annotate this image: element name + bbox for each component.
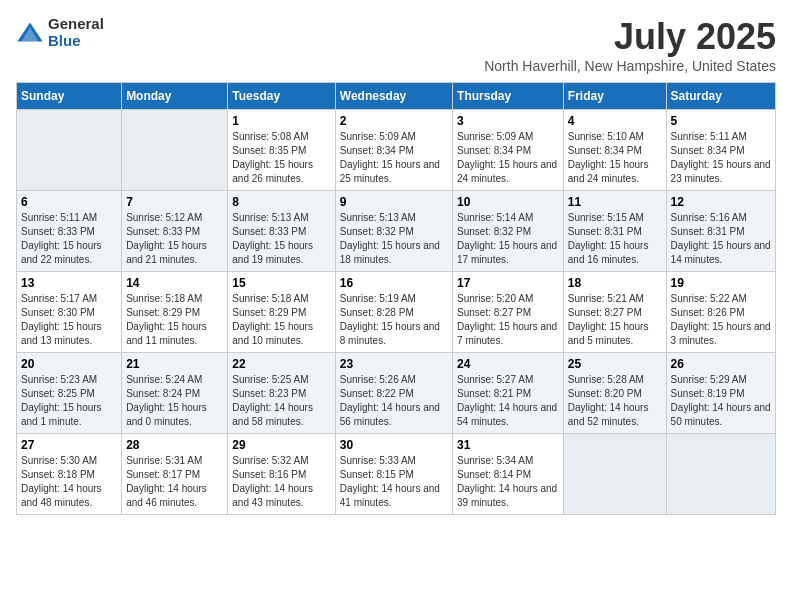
day-number: 21 [126,357,223,371]
day-info: Sunrise: 5:28 AMSunset: 8:20 PMDaylight:… [568,373,662,429]
calendar-cell: 23Sunrise: 5:26 AMSunset: 8:22 PMDayligh… [335,353,452,434]
calendar-cell: 27Sunrise: 5:30 AMSunset: 8:18 PMDayligh… [17,434,122,515]
day-info: Sunrise: 5:26 AMSunset: 8:22 PMDaylight:… [340,373,448,429]
day-number: 13 [21,276,117,290]
calendar-cell: 16Sunrise: 5:19 AMSunset: 8:28 PMDayligh… [335,272,452,353]
calendar-cell: 25Sunrise: 5:28 AMSunset: 8:20 PMDayligh… [563,353,666,434]
day-number: 26 [671,357,771,371]
logo-icon [16,19,44,47]
calendar-cell: 6Sunrise: 5:11 AMSunset: 8:33 PMDaylight… [17,191,122,272]
day-info: Sunrise: 5:15 AMSunset: 8:31 PMDaylight:… [568,211,662,267]
day-info: Sunrise: 5:09 AMSunset: 8:34 PMDaylight:… [340,130,448,186]
day-number: 22 [232,357,330,371]
calendar-cell: 8Sunrise: 5:13 AMSunset: 8:33 PMDaylight… [228,191,335,272]
calendar-cell: 20Sunrise: 5:23 AMSunset: 8:25 PMDayligh… [17,353,122,434]
day-info: Sunrise: 5:13 AMSunset: 8:33 PMDaylight:… [232,211,330,267]
day-info: Sunrise: 5:22 AMSunset: 8:26 PMDaylight:… [671,292,771,348]
calendar-cell: 12Sunrise: 5:16 AMSunset: 8:31 PMDayligh… [666,191,775,272]
calendar-cell: 15Sunrise: 5:18 AMSunset: 8:29 PMDayligh… [228,272,335,353]
calendar-cell: 24Sunrise: 5:27 AMSunset: 8:21 PMDayligh… [453,353,564,434]
logo-general-text: General [48,16,104,33]
header: General Blue July 2025 North Haverhill, … [16,16,776,74]
calendar-cell: 4Sunrise: 5:10 AMSunset: 8:34 PMDaylight… [563,110,666,191]
logo-text: General Blue [48,16,104,49]
calendar-cell: 13Sunrise: 5:17 AMSunset: 8:30 PMDayligh… [17,272,122,353]
logo: General Blue [16,16,104,49]
calendar-cell: 14Sunrise: 5:18 AMSunset: 8:29 PMDayligh… [122,272,228,353]
calendar-cell: 3Sunrise: 5:09 AMSunset: 8:34 PMDaylight… [453,110,564,191]
calendar-cell: 22Sunrise: 5:25 AMSunset: 8:23 PMDayligh… [228,353,335,434]
day-info: Sunrise: 5:13 AMSunset: 8:32 PMDaylight:… [340,211,448,267]
calendar-cell [563,434,666,515]
day-info: Sunrise: 5:32 AMSunset: 8:16 PMDaylight:… [232,454,330,510]
day-number: 3 [457,114,559,128]
header-row: SundayMondayTuesdayWednesdayThursdayFrid… [17,83,776,110]
day-info: Sunrise: 5:18 AMSunset: 8:29 PMDaylight:… [126,292,223,348]
day-info: Sunrise: 5:09 AMSunset: 8:34 PMDaylight:… [457,130,559,186]
calendar-cell: 5Sunrise: 5:11 AMSunset: 8:34 PMDaylight… [666,110,775,191]
calendar-cell: 9Sunrise: 5:13 AMSunset: 8:32 PMDaylight… [335,191,452,272]
subtitle: North Haverhill, New Hampshire, United S… [484,58,776,74]
header-day: Sunday [17,83,122,110]
header-day: Wednesday [335,83,452,110]
calendar-week-row: 6Sunrise: 5:11 AMSunset: 8:33 PMDaylight… [17,191,776,272]
day-info: Sunrise: 5:25 AMSunset: 8:23 PMDaylight:… [232,373,330,429]
day-number: 24 [457,357,559,371]
logo-blue-text: Blue [48,33,104,50]
day-info: Sunrise: 5:31 AMSunset: 8:17 PMDaylight:… [126,454,223,510]
day-info: Sunrise: 5:30 AMSunset: 8:18 PMDaylight:… [21,454,117,510]
day-info: Sunrise: 5:14 AMSunset: 8:32 PMDaylight:… [457,211,559,267]
calendar-cell: 7Sunrise: 5:12 AMSunset: 8:33 PMDaylight… [122,191,228,272]
calendar-body: 1Sunrise: 5:08 AMSunset: 8:35 PMDaylight… [17,110,776,515]
day-info: Sunrise: 5:23 AMSunset: 8:25 PMDaylight:… [21,373,117,429]
calendar-cell: 1Sunrise: 5:08 AMSunset: 8:35 PMDaylight… [228,110,335,191]
day-number: 2 [340,114,448,128]
day-number: 10 [457,195,559,209]
day-number: 17 [457,276,559,290]
calendar-cell: 21Sunrise: 5:24 AMSunset: 8:24 PMDayligh… [122,353,228,434]
day-info: Sunrise: 5:19 AMSunset: 8:28 PMDaylight:… [340,292,448,348]
calendar-cell [122,110,228,191]
day-number: 14 [126,276,223,290]
day-number: 28 [126,438,223,452]
day-number: 18 [568,276,662,290]
day-info: Sunrise: 5:29 AMSunset: 8:19 PMDaylight:… [671,373,771,429]
header-day: Friday [563,83,666,110]
day-info: Sunrise: 5:17 AMSunset: 8:30 PMDaylight:… [21,292,117,348]
day-number: 12 [671,195,771,209]
day-number: 5 [671,114,771,128]
day-number: 6 [21,195,117,209]
calendar-cell [17,110,122,191]
day-number: 29 [232,438,330,452]
day-number: 31 [457,438,559,452]
day-number: 4 [568,114,662,128]
day-info: Sunrise: 5:24 AMSunset: 8:24 PMDaylight:… [126,373,223,429]
day-info: Sunrise: 5:34 AMSunset: 8:14 PMDaylight:… [457,454,559,510]
day-number: 16 [340,276,448,290]
calendar-cell: 31Sunrise: 5:34 AMSunset: 8:14 PMDayligh… [453,434,564,515]
day-number: 15 [232,276,330,290]
calendar-cell: 28Sunrise: 5:31 AMSunset: 8:17 PMDayligh… [122,434,228,515]
calendar-cell: 26Sunrise: 5:29 AMSunset: 8:19 PMDayligh… [666,353,775,434]
calendar-cell: 17Sunrise: 5:20 AMSunset: 8:27 PMDayligh… [453,272,564,353]
day-info: Sunrise: 5:11 AMSunset: 8:34 PMDaylight:… [671,130,771,186]
day-number: 9 [340,195,448,209]
day-number: 30 [340,438,448,452]
main-title: July 2025 [484,16,776,58]
day-number: 19 [671,276,771,290]
calendar-week-row: 13Sunrise: 5:17 AMSunset: 8:30 PMDayligh… [17,272,776,353]
day-info: Sunrise: 5:12 AMSunset: 8:33 PMDaylight:… [126,211,223,267]
calendar-week-row: 1Sunrise: 5:08 AMSunset: 8:35 PMDaylight… [17,110,776,191]
calendar-table: SundayMondayTuesdayWednesdayThursdayFrid… [16,82,776,515]
day-info: Sunrise: 5:16 AMSunset: 8:31 PMDaylight:… [671,211,771,267]
day-number: 20 [21,357,117,371]
day-number: 25 [568,357,662,371]
header-day: Thursday [453,83,564,110]
title-area: July 2025 North Haverhill, New Hampshire… [484,16,776,74]
day-number: 23 [340,357,448,371]
day-number: 8 [232,195,330,209]
header-day: Saturday [666,83,775,110]
day-number: 1 [232,114,330,128]
calendar-cell: 19Sunrise: 5:22 AMSunset: 8:26 PMDayligh… [666,272,775,353]
header-day: Monday [122,83,228,110]
